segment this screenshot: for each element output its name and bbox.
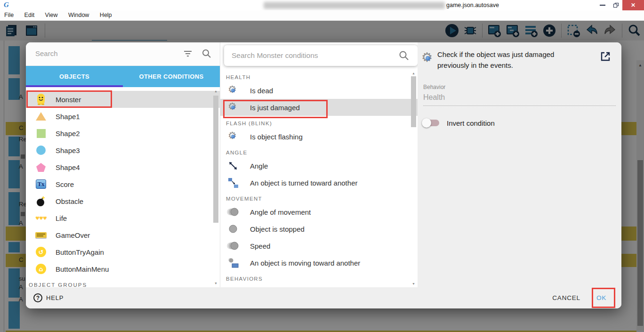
restore-button[interactable] (609, 0, 622, 10)
tab-other-conditions[interactable]: OTHER CONDITIONS (123, 66, 220, 87)
object-row-obstacle[interactable]: Obstacle (26, 193, 220, 210)
condition-list-scrollbar[interactable]: ▲ ▼ (411, 70, 417, 287)
object-search-placeholder: Search (35, 49, 58, 57)
condition-label: Is just damaged (250, 104, 300, 112)
menubar: File Edit View Window Help (0, 10, 644, 21)
objects-panel: Search OBJECTS OTHER CONDITIONS Mon (26, 42, 220, 287)
condition-row-is-just-damaged[interactable]: ⚙ Is just damaged (220, 99, 418, 116)
condition-label: An object is turned toward another (250, 179, 357, 187)
condition-label: Angle of movement (250, 208, 311, 216)
scroll-down-icon[interactable]: ▼ (213, 282, 219, 285)
condition-label: Is dead (250, 87, 273, 95)
behavior-field-label: Behavior (423, 84, 445, 90)
object-row-shape4[interactable]: Shape4 (26, 159, 220, 176)
object-row-score[interactable]: Tx Score (26, 176, 220, 193)
condition-label: Object is stopped (250, 225, 305, 233)
behavior-field-value[interactable]: Health (423, 93, 445, 102)
close-button[interactable]: ✕ (622, 0, 644, 10)
object-row-buttontryagain[interactable]: ↺ ButtonTryAgain (26, 243, 220, 260)
object-label: Score (56, 180, 74, 188)
scroll-up-icon[interactable]: ▲ (411, 72, 417, 75)
object-groups-header: OBJECT GROUPS (26, 282, 220, 287)
menu-file[interactable]: File (0, 10, 18, 18)
diagonal-arrow-icon (226, 161, 240, 171)
blue-circle-icon (35, 146, 47, 155)
behavior-gear-icon: ⚙ (226, 85, 240, 96)
window-titlebar: G game.json.autosave ✕ (0, 0, 644, 10)
tab-objects[interactable]: OBJECTS (26, 66, 123, 87)
text-banner-icon (35, 232, 47, 238)
object-row-life[interactable]: ♥♥♥ Life (26, 210, 220, 227)
object-row-gameover[interactable]: GameOver (26, 227, 220, 243)
object-row-shape2[interactable]: Shape2 (26, 125, 220, 142)
section-header-behaviors: BEHAVIORS (220, 271, 418, 283)
section-header-angle: ANGLE (220, 145, 418, 157)
object-row-shape1[interactable]: Shape1 (26, 108, 220, 125)
condition-row-angle[interactable]: Angle (220, 157, 418, 174)
object-row-buttonmainmenu[interactable]: ⌂ ButtonMainMenu (26, 260, 220, 277)
condition-row-is-dead[interactable]: ⚙ Is dead (220, 82, 418, 99)
condition-row-angle-of-movement[interactable]: Angle of movement (220, 203, 418, 220)
motion-circles-icon (226, 241, 240, 251)
object-label: Shape3 (56, 146, 80, 154)
conditions-panel: Search Monster conditions HEALTH ⚙ Is de… (220, 42, 418, 287)
minimize-button[interactable] (596, 0, 609, 10)
condition-label: Angle (250, 162, 268, 170)
condition-row-object-is-stopped[interactable]: Object is stopped (220, 220, 418, 237)
condition-row-is-object-flashing[interactable]: ⚙ Is object flashing (220, 128, 418, 145)
condition-search-placeholder: Search Monster conditions (232, 51, 318, 60)
condition-label: Is object flashing (250, 133, 303, 141)
orange-triangle-icon (35, 112, 47, 121)
object-label: Shape2 (56, 130, 80, 138)
cancel-button[interactable]: CANCEL (552, 294, 580, 301)
condition-scrollbar-thumb[interactable] (411, 76, 416, 127)
help-button[interactable]: ? HELP (33, 293, 64, 302)
behavior-gear-icon: ⚙ (226, 102, 240, 113)
close-icon: ✕ (631, 2, 636, 8)
toggle-knob (422, 118, 431, 128)
object-list: Monster Shape1 Shape2 Shape3 (26, 87, 220, 287)
search-icon[interactable] (399, 50, 409, 63)
condition-label: An object is moving toward another (250, 259, 360, 267)
object-label: Life (56, 214, 67, 222)
invert-condition-toggle[interactable] (423, 120, 439, 126)
minimize-icon (600, 5, 605, 6)
hearts-icon: ♥♥♥ (35, 216, 47, 221)
stopped-circle-icon (226, 224, 240, 234)
menu-edit[interactable]: Edit (20, 10, 39, 18)
menu-help[interactable]: Help (96, 10, 116, 18)
object-scrollbar-thumb[interactable] (213, 96, 218, 223)
ok-button[interactable]: OK (596, 294, 606, 301)
scroll-up-icon[interactable]: ▲ (213, 89, 219, 93)
menu-view[interactable]: View (41, 10, 62, 18)
filter-icon[interactable] (183, 50, 193, 59)
open-help-external-icon[interactable] (600, 51, 611, 64)
motion-circles-icon (226, 207, 240, 217)
bomb-icon (35, 195, 47, 207)
section-header-health: HEALTH (220, 70, 418, 82)
behavior-field-underline (423, 105, 616, 106)
scroll-down-icon[interactable]: ▼ (411, 282, 417, 285)
turned-toward-icon (226, 177, 240, 188)
object-row-shape3[interactable]: Shape3 (26, 142, 220, 159)
condition-description: Check if the object was just damaged pre… (437, 49, 570, 71)
search-icon[interactable] (202, 49, 211, 60)
choose-condition-dialog: Search OBJECTS OTHER CONDITIONS Mon (26, 42, 621, 308)
monster-sprite-icon (35, 93, 47, 106)
object-list-scrollbar[interactable]: ▲ ▼ (213, 87, 219, 287)
condition-row-turned-toward[interactable]: An object is turned toward another (220, 174, 418, 191)
object-row-monster[interactable]: Monster (26, 91, 220, 108)
condition-list: HEALTH ⚙ Is dead ⚙ Is just damaged FLASH… (220, 70, 418, 287)
panel-tabs: OBJECTS OTHER CONDITIONS (26, 66, 220, 87)
object-label: Shape4 (56, 163, 80, 171)
window-title: game.json.autosave (446, 2, 499, 8)
object-search-input[interactable]: Search (26, 42, 220, 66)
menu-window[interactable]: Window (64, 10, 93, 18)
dialog-footer: ? HELP CANCEL OK (26, 287, 621, 308)
behavior-gear-icon: ⚙ (226, 131, 240, 142)
condition-row-speed[interactable]: Speed (220, 237, 418, 254)
condition-search-input[interactable]: Search Monster conditions (224, 45, 418, 66)
object-label: Monster (56, 96, 81, 104)
condition-row-moving-toward[interactable]: An object is moving toward another (220, 254, 418, 271)
gdevelop-logo-icon: G (4, 1, 9, 9)
